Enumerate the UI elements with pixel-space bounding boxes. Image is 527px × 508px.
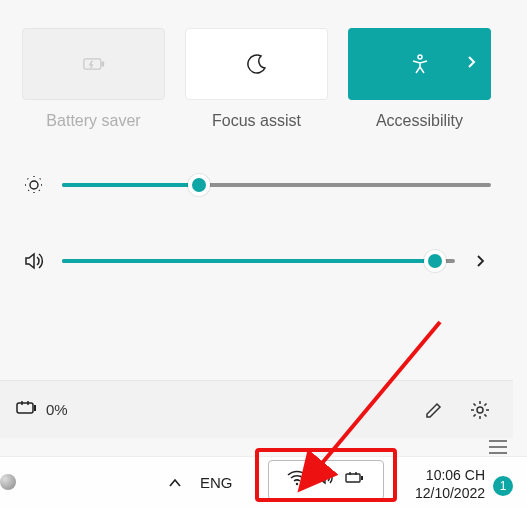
volume-slider-row xyxy=(22,250,491,272)
sliders-section xyxy=(0,130,513,272)
volume-expand-button[interactable] xyxy=(471,254,491,268)
settings-button[interactable] xyxy=(463,393,497,427)
focus-assist-group: Focus assist xyxy=(185,28,328,130)
focus-assist-tile[interactable] xyxy=(185,28,328,100)
taskbar-clock[interactable]: 10:06 CH 12/10/2022 xyxy=(415,466,485,502)
wifi-icon xyxy=(287,470,307,490)
panel-status-bar: 0% xyxy=(0,380,513,438)
brightness-fill xyxy=(62,183,199,187)
clock-time: 10:06 CH xyxy=(415,466,485,484)
language-indicator[interactable]: ENG xyxy=(200,474,233,491)
sound-icon xyxy=(317,470,335,490)
volume-icon xyxy=(22,250,46,272)
battery-saver-label: Battery saver xyxy=(46,112,140,130)
system-tray[interactable] xyxy=(268,460,384,500)
accessibility-tile[interactable] xyxy=(348,28,491,100)
svg-rect-8 xyxy=(346,474,360,482)
svg-rect-0 xyxy=(83,59,100,69)
quick-settings-panel: Battery saver Focus assist xyxy=(0,0,513,438)
battery-percent-text: 0% xyxy=(46,401,68,418)
battery-saver-icon xyxy=(83,53,105,75)
moon-icon xyxy=(246,53,268,75)
volume-thumb[interactable] xyxy=(424,250,446,272)
svg-rect-5 xyxy=(34,405,36,411)
notification-badge[interactable]: 1 xyxy=(493,476,513,496)
svg-rect-9 xyxy=(361,476,363,480)
clock-date: 12/10/2022 xyxy=(415,484,485,502)
focus-assist-label: Focus assist xyxy=(212,112,301,130)
battery-saver-group: Battery saver xyxy=(22,28,165,130)
power-plug-icon xyxy=(345,471,365,489)
svg-rect-4 xyxy=(17,403,33,413)
accessibility-group: Accessibility xyxy=(348,28,491,130)
accessibility-icon xyxy=(409,53,431,75)
svg-point-7 xyxy=(296,483,298,485)
accessibility-label: Accessibility xyxy=(376,112,463,130)
chevron-right-icon[interactable] xyxy=(467,55,477,73)
svg-rect-1 xyxy=(101,61,104,66)
brightness-slider-row xyxy=(22,174,491,196)
battery-status[interactable]: 0% xyxy=(16,400,68,419)
plug-icon xyxy=(16,400,38,419)
battery-saver-tile xyxy=(22,28,165,100)
svg-point-3 xyxy=(30,181,38,189)
brightness-icon xyxy=(22,174,46,196)
brightness-slider[interactable] xyxy=(62,183,491,187)
quick-tiles-row: Battery saver Focus assist xyxy=(0,0,513,130)
brightness-thumb[interactable] xyxy=(188,174,210,196)
volume-slider[interactable] xyxy=(62,259,455,263)
tray-expand-button[interactable] xyxy=(168,474,182,492)
avatar[interactable] xyxy=(0,474,16,490)
svg-point-6 xyxy=(477,407,483,413)
edit-quick-settings-button[interactable] xyxy=(417,393,451,427)
volume-fill xyxy=(62,259,435,263)
svg-point-2 xyxy=(418,55,422,59)
